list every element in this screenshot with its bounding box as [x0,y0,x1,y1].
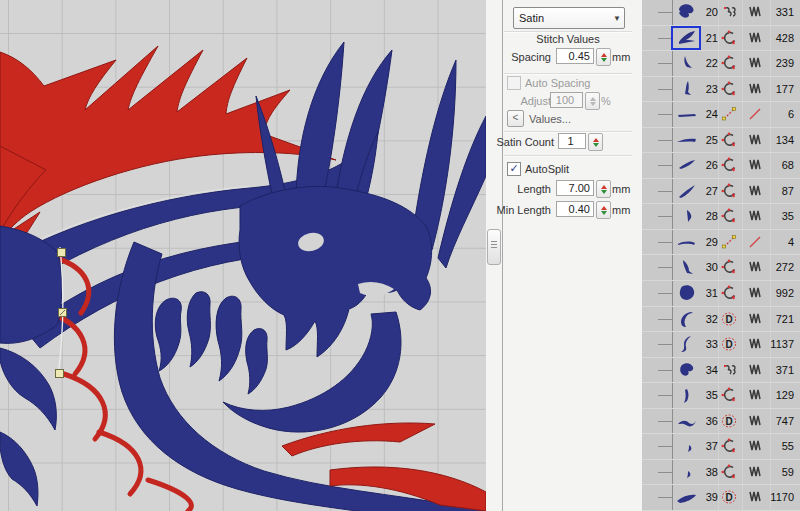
stitch-count: 134 [752,134,794,146]
length-unit: mm [612,183,630,195]
svg-text:D: D [725,492,732,503]
stitch-count: 239 [752,57,794,69]
stitch-count: 992 [752,287,794,299]
object-thumbnail[interactable] [674,130,700,150]
object-thumbnail[interactable] [674,436,700,456]
object-list-row[interactable]: 34371 [642,358,800,384]
object-thumbnail[interactable] [674,181,700,201]
object-number: 34 [698,364,718,376]
stitch-count: 331 [752,6,794,18]
adjust-input[interactable] [550,92,583,108]
object-thumbnail[interactable] [674,283,700,303]
object-list-row[interactable]: 2787 [642,179,800,205]
tree-tick [658,472,672,473]
length-stepper[interactable] [596,180,611,198]
auto-split-label: AutoSplit [525,163,569,175]
object-thumbnail[interactable] [674,487,700,507]
object-thumbnail[interactable] [674,2,700,22]
object-thumbnail[interactable] [674,232,700,252]
object-thumbnail[interactable] [674,411,700,431]
column-icon [721,387,737,403]
object-list-row[interactable]: 2668 [642,153,800,179]
object-number: 30 [698,261,718,273]
object-list-row[interactable]: 2835 [642,204,800,230]
values-label[interactable]: Values... [529,113,571,125]
edit-node[interactable] [57,248,66,257]
pane-splitter[interactable] [487,229,501,265]
object-list-row[interactable]: 25134 [642,128,800,154]
column-icon [721,183,737,199]
object-thumbnail[interactable] [674,28,700,48]
stitch-count: 177 [752,83,794,95]
object-number: 29 [698,236,718,248]
object-list-row[interactable]: 39D1170 [642,485,800,511]
object-thumbnail[interactable] [674,79,700,99]
stitch-count: 35 [752,210,794,222]
object-list-row[interactable]: 20331 [642,0,800,26]
auto-split-checkbox[interactable]: ✓ [507,162,521,176]
object-list-row[interactable]: 32D721 [642,307,800,333]
stitch-count: 87 [752,185,794,197]
object-list-row[interactable]: 33D1137 [642,332,800,358]
min-length-stepper[interactable] [596,201,611,219]
object-thumbnail[interactable] [674,155,700,175]
object-thumbnail[interactable] [674,257,700,277]
min-length-label: Min Length [491,204,551,216]
object-thumbnail[interactable] [674,462,700,482]
object-number: 38 [698,466,718,478]
stitch-count: 272 [752,261,794,273]
object-list-row[interactable]: 3755 [642,434,800,460]
object-number: 21 [698,32,718,44]
satin-count-input[interactable] [558,133,586,149]
separator [504,155,632,157]
object-list-row[interactable]: 246 [642,102,800,128]
object-thumbnail[interactable] [674,309,700,329]
min-length-input[interactable] [556,201,594,217]
adjust-stepper[interactable] [585,92,600,110]
stitch-count: 747 [752,415,794,427]
tree-tick [658,140,672,141]
stitch-count: 129 [752,389,794,401]
tree-tick [658,114,672,115]
edit-node[interactable] [58,308,67,317]
object-list-row[interactable]: 22239 [642,51,800,77]
object-thumbnail[interactable] [674,104,700,124]
length-input[interactable] [556,180,594,196]
applique-icon [721,4,737,20]
object-list-row[interactable]: 35129 [642,383,800,409]
spacing-stepper[interactable] [596,48,611,66]
tree-tick [658,38,672,39]
stitch-type-dropdown[interactable]: Satin ▼ [513,7,625,29]
tree-tick [658,267,672,268]
fill-d-icon: D [721,336,737,352]
object-number: 27 [698,185,718,197]
column-icon [721,30,737,46]
satin-count-stepper[interactable] [588,133,603,151]
object-list-row[interactable]: 31992 [642,281,800,307]
object-thumbnail[interactable] [674,53,700,73]
svg-text:D: D [725,415,732,426]
object-thumbnail[interactable] [674,334,700,354]
column-icon [721,157,737,173]
object-list-row[interactable]: 3859 [642,460,800,486]
object-list-row[interactable]: 294 [642,230,800,256]
object-number: 39 [698,491,718,503]
design-canvas[interactable] [0,0,487,511]
auto-spacing-checkbox[interactable] [507,76,521,90]
object-list-row[interactable]: 23177 [642,77,800,103]
tree-tick [658,216,672,217]
column-icon [721,285,737,301]
adjust-unit: % [601,95,611,107]
stitch-count: 59 [752,466,794,478]
object-number: 28 [698,210,718,222]
object-list-row[interactable]: 30272 [642,255,800,281]
object-list-row[interactable]: 21428 [642,26,800,52]
object-number: 36 [698,415,718,427]
values-collapse-button[interactable]: < [507,110,524,127]
spacing-input[interactable] [556,48,594,64]
object-list-row[interactable]: 36D747 [642,409,800,435]
edit-node[interactable] [55,369,64,378]
object-thumbnail[interactable] [674,206,700,226]
object-thumbnail[interactable] [674,385,700,405]
object-thumbnail[interactable] [674,360,700,380]
